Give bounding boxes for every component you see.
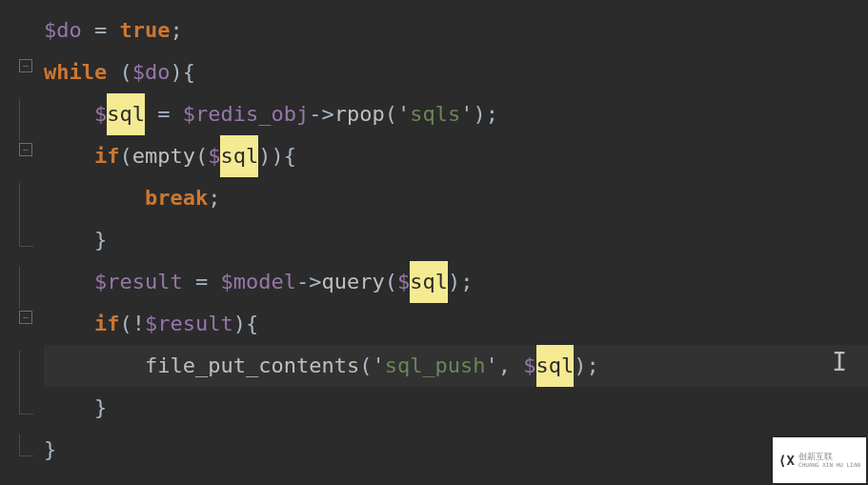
gutter: − − − bbox=[0, 0, 38, 485]
token-kw: break bbox=[145, 177, 208, 219]
token-str: sql_push bbox=[385, 345, 486, 387]
fold-guide bbox=[19, 267, 33, 309]
token-kw: while bbox=[44, 51, 107, 93]
token-var: $ bbox=[397, 261, 410, 303]
fold-marker-icon[interactable]: − bbox=[19, 143, 32, 156]
token-punct: } bbox=[94, 387, 107, 429]
fold-marker-icon[interactable]: − bbox=[19, 59, 32, 72]
token-punct: (' bbox=[359, 345, 385, 387]
token-punct: '); bbox=[460, 93, 498, 135]
token-fn: empty bbox=[132, 135, 195, 177]
fold-guide bbox=[19, 183, 33, 225]
token-sel: sql bbox=[536, 345, 575, 387]
token-var: $do bbox=[44, 10, 82, 51]
token-punct: ){ bbox=[170, 51, 195, 93]
token-punct: ( bbox=[195, 135, 208, 177]
text-cursor-icon: I bbox=[832, 348, 847, 376]
code-line[interactable]: while ($do){ bbox=[44, 51, 868, 93]
fold-end-icon bbox=[19, 393, 33, 414]
token-punct: ( bbox=[385, 261, 397, 303]
token-sel: sql bbox=[107, 93, 145, 135]
code-line[interactable]: } bbox=[44, 387, 868, 429]
token-punct: )){ bbox=[258, 135, 296, 177]
fold-end-icon bbox=[19, 434, 33, 456]
token-punct: (! bbox=[119, 303, 145, 345]
token-var: $result bbox=[94, 261, 183, 303]
code-line[interactable]: if(!$result){ bbox=[44, 303, 868, 345]
fold-marker-icon[interactable]: − bbox=[19, 311, 32, 324]
fold-guide bbox=[19, 99, 33, 141]
token-punct: } bbox=[94, 219, 107, 261]
code-line[interactable]: break; bbox=[44, 177, 868, 219]
token-var: $ bbox=[208, 135, 220, 177]
watermark-sub: CHUANG XIN HU LIAN bbox=[798, 462, 860, 469]
token-op: = bbox=[183, 261, 221, 303]
token-op: = bbox=[82, 10, 120, 51]
token-var: $result bbox=[145, 303, 233, 345]
code-line[interactable]: if(empty($sql)){ bbox=[44, 135, 868, 177]
token-op: = bbox=[145, 93, 183, 135]
token-op: ( bbox=[107, 51, 132, 93]
token-fn: query bbox=[321, 261, 384, 303]
fold-guide bbox=[19, 351, 33, 393]
token-punct: ', bbox=[486, 345, 524, 387]
token-kw: if bbox=[94, 303, 120, 345]
code-line[interactable]: $do = true; bbox=[44, 10, 868, 51]
token-punct: ; bbox=[170, 10, 182, 51]
token-op: -> bbox=[296, 261, 322, 303]
token-str: sqls bbox=[410, 93, 460, 135]
token-var: $ bbox=[94, 93, 107, 135]
fold-end-icon bbox=[19, 225, 33, 247]
token-punct: } bbox=[44, 429, 56, 471]
token-op: -> bbox=[309, 93, 334, 135]
token-fn: file_put_contents bbox=[145, 345, 359, 387]
code-line[interactable]: } bbox=[44, 219, 868, 261]
token-punct: ; bbox=[208, 177, 220, 219]
token-var: $model bbox=[220, 261, 295, 303]
token-punct: ); bbox=[574, 345, 599, 387]
token-sel: sql bbox=[220, 135, 258, 177]
token-sel: sql bbox=[410, 261, 448, 303]
token-punct: ){ bbox=[233, 303, 259, 345]
token-var: $ bbox=[523, 345, 535, 387]
token-kw: if bbox=[94, 135, 120, 177]
code-area[interactable]: $do = true;while ($do){ $sql = $redis_ob… bbox=[38, 0, 868, 485]
code-editor[interactable]: − − − $do = true;while ($do){ $sql = $re… bbox=[0, 0, 868, 485]
token-var: $redis_obj bbox=[183, 93, 309, 135]
token-punct: ( bbox=[119, 135, 131, 177]
token-punct: (' bbox=[385, 93, 411, 135]
code-line[interactable]: $sql = $redis_obj->rpop('sqls'); bbox=[44, 93, 868, 135]
token-kw: true bbox=[120, 10, 171, 51]
code-line[interactable]: } bbox=[44, 429, 868, 471]
code-line[interactable]: $result = $model->query($sql); bbox=[44, 261, 868, 303]
token-punct: ); bbox=[448, 261, 474, 303]
code-line[interactable]: file_put_contents('sql_push', $sql); bbox=[44, 345, 868, 387]
token-var: $do bbox=[132, 51, 171, 93]
scrollbar[interactable] bbox=[857, 0, 866, 485]
watermark-badge: ⟨X 创新互联 CHUANG XIN HU LIAN bbox=[773, 437, 866, 483]
token-fn: rpop bbox=[334, 93, 385, 135]
watermark-logo-icon: ⟨X bbox=[778, 453, 795, 468]
